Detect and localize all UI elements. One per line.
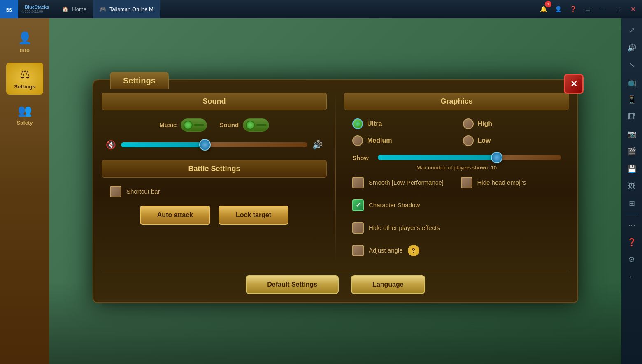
- medium-label: Medium: [367, 137, 392, 144]
- medium-radio[interactable]: [352, 135, 363, 146]
- gallery-button[interactable]: 🖼: [623, 178, 640, 194]
- smooth-checkbox[interactable]: [352, 177, 364, 188]
- help-button[interactable]: ❓: [566, 2, 579, 16]
- home-tab-label: Home: [72, 6, 86, 12]
- sound-toggle-circle: [246, 121, 255, 130]
- expand-button[interactable]: ⤢: [623, 22, 640, 39]
- ultra-radio[interactable]: [352, 118, 363, 129]
- sound-toggle-line: [256, 124, 266, 126]
- adjust-angle-row: Adjust angle ?: [352, 245, 453, 256]
- info-icon: 👤: [18, 31, 32, 45]
- tv-button[interactable]: 📺: [623, 74, 640, 90]
- close-panel-icon: ✕: [570, 79, 577, 89]
- language-button[interactable]: Language: [351, 275, 425, 294]
- quality-high[interactable]: High: [463, 118, 561, 129]
- window-close-button[interactable]: ✕: [627, 3, 639, 15]
- volume-slider-thumb[interactable]: [199, 139, 211, 151]
- save-button[interactable]: 💾: [623, 160, 640, 177]
- gear-button[interactable]: ⚙: [623, 251, 640, 268]
- main-content: Settings ✕ Sound Music: [49, 18, 621, 364]
- show-slider-thumb[interactable]: [491, 152, 502, 163]
- back-button[interactable]: ←: [623, 269, 640, 285]
- smooth-label: Smooth [Low Performance]: [369, 179, 444, 186]
- video-button[interactable]: 🎬: [623, 143, 640, 160]
- question-button[interactable]: ❓: [623, 234, 640, 250]
- volume-slider[interactable]: [121, 142, 307, 147]
- shortcut-bar-row: Shortcut bar: [102, 186, 327, 197]
- show-slider[interactable]: [378, 155, 561, 160]
- sound-toggle[interactable]: [243, 118, 269, 132]
- ultra-radio-inner: [355, 121, 360, 126]
- right-sidebar: ⤢ 🔊 ⤡ 📺 📱 🎞 📷 🎬 💾 🖼 ⊞ ⋯ ❓ ⚙ ←: [621, 18, 642, 364]
- game-icon: 🎮: [100, 6, 106, 12]
- sidebar: 👤 Info ⚖ Settings 👥 Safety: [0, 18, 49, 364]
- film-button[interactable]: 🎞: [623, 109, 640, 125]
- bluestacks-logo: BS: [0, 0, 18, 18]
- close-panel-button[interactable]: ✕: [564, 74, 584, 94]
- music-toggle-circle: [184, 121, 193, 130]
- hide-emoji-row: Hide head emoji's: [461, 177, 561, 188]
- settings-icon: ⚖: [20, 67, 30, 81]
- home-tab[interactable]: 🏠 Home: [56, 0, 93, 18]
- hide-emoji-checkbox[interactable]: [461, 177, 472, 188]
- maximize-button[interactable]: □: [612, 3, 624, 15]
- mobile-button[interactable]: 📱: [623, 91, 640, 108]
- right-separator: [626, 214, 638, 214]
- show-row: Show: [344, 154, 569, 161]
- grid-button[interactable]: ⊞: [623, 195, 640, 211]
- sidebar-item-info[interactable]: 👤 Info: [6, 26, 43, 58]
- shrink-button[interactable]: ⤡: [623, 57, 640, 73]
- low-radio[interactable]: [463, 135, 474, 146]
- menu-button[interactable]: ☰: [581, 2, 594, 16]
- graphics-title: Graphics: [440, 97, 472, 105]
- sidebar-settings-label: Settings: [14, 83, 35, 90]
- brand-name: BlueStacks: [21, 5, 52, 9]
- adjust-angle-label: Adjust angle: [369, 247, 403, 254]
- volume-high-icon: 🔊: [312, 140, 323, 150]
- hide-emoji-label: Hide head emoji's: [477, 179, 526, 186]
- brand-version: 4.220.0.1109: [21, 9, 52, 14]
- home-icon: 🏠: [62, 6, 69, 12]
- hide-effects-checkbox[interactable]: [352, 222, 364, 234]
- quality-medium[interactable]: Medium: [352, 135, 451, 146]
- character-shadow-checkbox[interactable]: ✓: [352, 199, 364, 211]
- lock-target-button[interactable]: Lock target: [219, 206, 288, 225]
- adjust-angle-checkbox[interactable]: [352, 245, 364, 256]
- settings-title-bar: Settings: [110, 72, 169, 89]
- auto-attack-button[interactable]: Auto attack: [140, 206, 210, 225]
- account-button[interactable]: 👤: [551, 2, 565, 16]
- hide-effects-label: Hide other player's effects: [369, 224, 440, 231]
- panel-left: Sound Music Sound: [102, 93, 327, 262]
- hide-effects-row: Hide other player's effects: [352, 222, 561, 234]
- bottom-buttons: Default Settings Language: [102, 271, 569, 294]
- quality-ultra[interactable]: Ultra: [352, 118, 451, 129]
- camera-button[interactable]: 📷: [623, 126, 640, 142]
- minimize-button[interactable]: ─: [598, 3, 609, 15]
- default-settings-button[interactable]: Default Settings: [246, 275, 339, 294]
- notification-badge: 1: [545, 1, 551, 7]
- more-button[interactable]: ⋯: [623, 217, 640, 233]
- sound-label: Sound: [219, 121, 239, 128]
- svg-text:BS: BS: [6, 8, 12, 12]
- gfx-checkbox-grid: Smooth [Low Performance] Hide head emoji…: [344, 177, 569, 262]
- high-label: High: [478, 120, 493, 128]
- adjust-angle-help[interactable]: ?: [408, 245, 419, 256]
- settings-title: Settings: [123, 76, 156, 85]
- shortcut-bar-checkbox[interactable]: [110, 186, 121, 197]
- show-label: Show: [352, 154, 373, 161]
- title-bar-right: 🔔 1 👤 ❓ ☰ ─ □ ✕: [537, 2, 642, 16]
- sound-toggle-group: Sound: [219, 118, 269, 132]
- battle-button-row: Auto attack Lock target: [102, 206, 327, 225]
- sidebar-item-safety[interactable]: 👥 Safety: [6, 99, 43, 131]
- sidebar-safety-label: Safety: [16, 120, 33, 126]
- title-bar-left: BS BlueStacks 4.220.0.1109 🏠 Home 🎮 Tali…: [0, 0, 537, 18]
- game-tab[interactable]: 🎮 Talisman Online M: [93, 0, 160, 18]
- max-players-text: Max number of players shown: 10: [344, 165, 569, 171]
- high-radio[interactable]: [463, 118, 474, 129]
- sidebar-item-settings[interactable]: ⚖ Settings: [6, 63, 43, 95]
- music-toggle[interactable]: [181, 118, 207, 132]
- quality-low[interactable]: Low: [463, 135, 561, 146]
- volume-button[interactable]: 🔊: [623, 39, 640, 56]
- sidebar-info-label: Info: [20, 47, 30, 53]
- sound-title: Sound: [203, 97, 226, 105]
